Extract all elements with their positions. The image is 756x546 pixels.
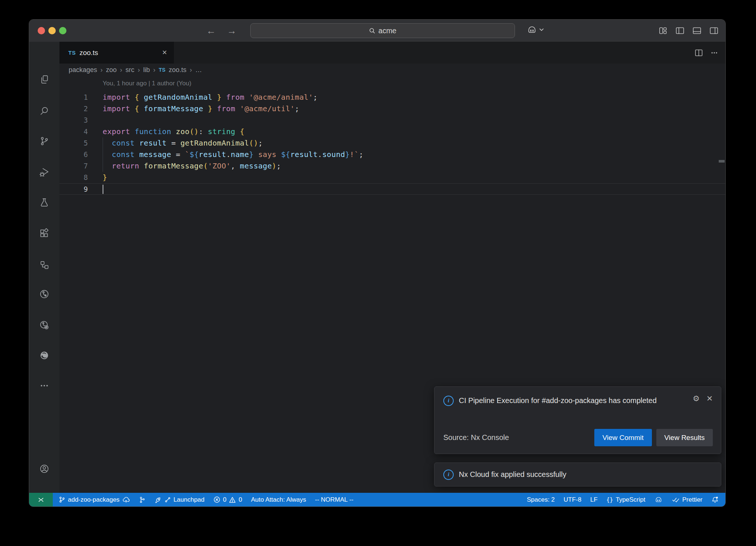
vim-mode-status[interactable]: -- NORMAL -- <box>315 496 353 504</box>
code-text: const result = getRandomAnimal(); <box>103 137 263 149</box>
code-line[interactable]: 7 return formatMessage('ZOO', message); <box>59 160 725 172</box>
code-text: import { getRandomAnimal } from '@acme/a… <box>103 92 317 103</box>
code-text: } <box>103 172 107 183</box>
nx-cloud-icon[interactable] <box>39 320 49 330</box>
forward-button[interactable]: → <box>227 25 237 37</box>
text-cursor <box>103 185 103 194</box>
testing-icon[interactable] <box>39 197 49 208</box>
line-number: 1 <box>59 92 88 103</box>
toggle-panel-icon[interactable] <box>692 26 702 35</box>
breadcrumb-item[interactable]: … <box>195 66 202 74</box>
toggle-primary-sidebar-icon[interactable] <box>675 26 685 35</box>
status-bar: add-zoo-packages Launchpad 0 <box>29 493 725 506</box>
nx-launchpad-status[interactable]: Launchpad <box>154 496 205 504</box>
notification-settings-gear-icon[interactable]: ⚙ <box>693 394 700 403</box>
remote-indicator[interactable] <box>29 493 53 506</box>
breadcrumb-separator: › <box>138 66 140 74</box>
line-number: 4 <box>59 126 88 137</box>
language-mode-status[interactable]: {} TypeScript <box>606 496 645 504</box>
view-commit-button[interactable]: View Commit <box>594 429 652 446</box>
close-tab-icon[interactable]: ✕ <box>162 49 167 57</box>
auto-attach-status[interactable]: Auto Attach: Always <box>251 496 306 504</box>
code-text: return formatMessage('ZOO', message); <box>103 160 281 172</box>
breadcrumb-item[interactable]: src <box>126 66 134 74</box>
publish-cloud-icon <box>122 496 130 503</box>
eol-status[interactable]: LF <box>590 496 598 504</box>
git-graph-status[interactable] <box>139 496 145 503</box>
code-line[interactable]: 9 <box>59 183 725 195</box>
back-button[interactable]: ← <box>206 25 216 37</box>
error-count: 0 <box>223 496 226 504</box>
zoom-window-button[interactable] <box>59 27 66 34</box>
search-sidebar-icon[interactable] <box>39 106 49 116</box>
line-number: 6 <box>59 149 88 160</box>
search-icon <box>369 27 375 34</box>
breadcrumb-separator: › <box>190 66 192 74</box>
warning-count: 0 <box>238 496 242 504</box>
notification-close-icon[interactable]: ✕ <box>706 394 713 403</box>
notification-toast-nx-cloud: i Nx Cloud fix applied successfully <box>434 463 721 487</box>
double-check-icon <box>672 496 680 503</box>
view-results-button[interactable]: View Results <box>656 429 713 446</box>
copilot-icon <box>654 496 663 504</box>
notification-message: Nx Cloud fix applied successfully <box>459 470 566 479</box>
code-line[interactable]: 4export function zoo(): string { <box>59 126 725 137</box>
typescript-file-icon: TS <box>68 50 76 56</box>
notifications-bell[interactable] <box>711 496 719 504</box>
code-line[interactable]: 8} <box>59 172 725 183</box>
close-window-button[interactable] <box>38 27 45 34</box>
more-views-icon[interactable] <box>39 381 49 391</box>
breadcrumb-item[interactable]: zoo <box>106 66 117 74</box>
braces-icon: {} <box>606 496 613 503</box>
run-debug-icon[interactable] <box>39 167 49 177</box>
breadcrumb-separator: › <box>120 66 122 74</box>
code-line[interactable]: 3 <box>59 115 725 126</box>
line-number: 5 <box>59 137 88 149</box>
breadcrumb: packages › zoo › src › lib › TS zoo.ts ›… <box>59 64 726 76</box>
command-center-search[interactable]: acme <box>250 23 515 38</box>
git-branch-status[interactable]: add-zoo-packages <box>59 496 130 504</box>
indentation-status[interactable]: Spaces: 2 <box>527 496 555 504</box>
breadcrumb-item[interactable]: zoo.ts <box>169 66 186 74</box>
minimize-window-button[interactable] <box>48 27 56 34</box>
source-control-icon[interactable] <box>39 136 49 146</box>
account-icon[interactable] <box>39 464 49 474</box>
notification-source: Source: Nx Console <box>443 433 509 442</box>
problems-status[interactable]: 0 0 <box>213 496 242 504</box>
code-line[interactable]: 5 const result = getRandomAnimal(); <box>59 137 725 149</box>
copilot-icon <box>527 25 537 35</box>
toggle-secondary-sidebar-icon[interactable] <box>709 26 719 35</box>
warning-icon <box>229 496 236 503</box>
search-value: acme <box>378 27 396 35</box>
split-editor-icon[interactable] <box>694 49 703 57</box>
formatter-status[interactable]: Prettier <box>672 496 702 504</box>
breadcrumb-item[interactable]: packages <box>69 66 97 74</box>
nx-console-icon[interactable] <box>39 289 49 299</box>
git-blame-annotation: You, 1 hour ago | 1 author (You) <box>103 80 191 87</box>
breadcrumb-separator: › <box>100 66 103 74</box>
editor-more-actions-icon[interactable] <box>710 49 719 57</box>
encoding-status[interactable]: UTF-8 <box>564 496 581 504</box>
breadcrumb-item[interactable]: lib <box>143 66 150 74</box>
breadcrumb-separator: › <box>153 66 155 74</box>
tab-label: zoo.ts <box>79 49 98 57</box>
line-number: 8 <box>59 172 88 183</box>
connect-icon <box>164 496 171 503</box>
title-bar: ← → acme <box>29 20 725 42</box>
copilot-menu-button[interactable] <box>527 25 544 35</box>
code-line[interactable]: 1import { getRandomAnimal } from '@acme/… <box>59 92 725 103</box>
customize-layout-icon[interactable] <box>658 26 668 35</box>
branch-name: add-zoo-packages <box>68 496 120 504</box>
indent-guide <box>103 137 103 172</box>
extensions-icon[interactable] <box>39 228 49 239</box>
copilot-status[interactable] <box>654 496 663 504</box>
line-number: 7 <box>59 160 88 172</box>
tab-zoo-ts[interactable]: TS zoo.ts ✕ <box>59 42 174 64</box>
info-icon: i <box>443 396 454 406</box>
code-line[interactable]: 6 const message = `${result.name} says $… <box>59 149 725 160</box>
edge-devtools-icon[interactable] <box>39 350 49 361</box>
explorer-icon[interactable] <box>39 74 49 85</box>
git-branch-icon <box>59 496 65 503</box>
hierarchy-icon[interactable] <box>39 260 49 270</box>
code-line[interactable]: 2import { formatMessage } from '@acme/ut… <box>59 103 725 115</box>
